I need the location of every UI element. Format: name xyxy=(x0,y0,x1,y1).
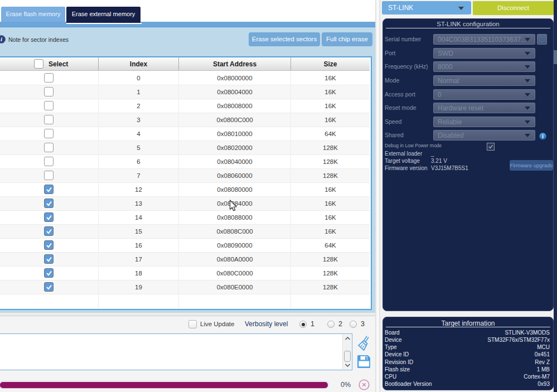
svg-text:i: i xyxy=(542,133,544,139)
